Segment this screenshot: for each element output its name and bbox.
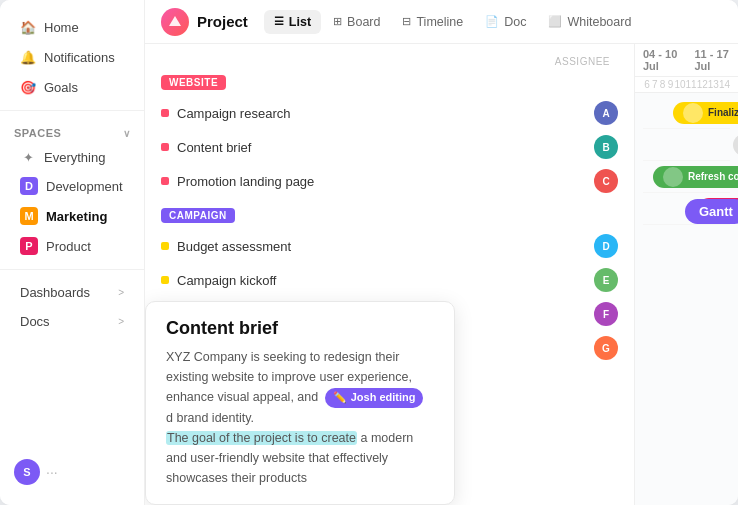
avatar: C xyxy=(594,169,618,193)
day-label: 11 xyxy=(686,79,697,90)
doc-text: XYZ Company is seeking to redesign their… xyxy=(166,347,434,488)
sidebar-divider-2 xyxy=(0,269,144,270)
task-row[interactable]: Promotion landing page C xyxy=(145,164,634,198)
task-row[interactable]: Budget assessment D xyxy=(145,229,634,263)
editing-badge: ✏️ Josh editing xyxy=(325,388,424,408)
bar-icon xyxy=(663,167,683,187)
gantt-week-label-2: 11 - 17 Jul xyxy=(695,48,731,72)
sidebar-item-marketing[interactable]: M Marketing xyxy=(6,202,138,230)
user-area[interactable]: S ··· xyxy=(0,451,144,493)
gantt-week-label-1: 04 - 10 Jul xyxy=(643,48,679,72)
everything-icon: ✦ xyxy=(20,149,36,165)
spaces-chevron: ∨ xyxy=(123,128,131,139)
sidebar-nav-goals-label: Goals xyxy=(44,80,78,95)
avatar: S xyxy=(14,459,40,485)
marketing-icon: M xyxy=(20,207,38,225)
gantt-row: Refresh company website xyxy=(643,161,730,193)
sidebar-item-product[interactable]: P Product xyxy=(6,232,138,260)
task-dot xyxy=(161,177,169,185)
task-dot xyxy=(161,276,169,284)
board-icon: ⊞ xyxy=(333,15,342,28)
gantt-panel: 04 - 10 Jul 11 - 17 Jul 6 7 8 9 10 11 12… xyxy=(635,44,738,505)
project-logo xyxy=(161,8,189,36)
doc-title: Content brief xyxy=(166,318,434,339)
tab-whiteboard[interactable]: ⬜ Whiteboard xyxy=(538,10,641,34)
tab-list[interactable]: ☰ List xyxy=(264,10,321,34)
sidebar-divider-1 xyxy=(0,110,144,111)
gantt-bar-3[interactable]: Refresh company website xyxy=(653,166,738,188)
bell-icon: 🔔 xyxy=(20,49,36,65)
user-menu-icon[interactable]: ··· xyxy=(46,464,58,480)
gantt-tooltip[interactable]: Gantt xyxy=(685,199,738,224)
list-icon: ☰ xyxy=(274,15,284,28)
topbar: Project ☰ List ⊞ Board ⊟ Timeline 📄 Doc xyxy=(145,0,738,44)
avatar: A xyxy=(594,101,618,125)
sidebar: 🏠 Home 🔔 Notifications 🎯 Goals Spaces ∨ … xyxy=(0,0,145,505)
day-label: 7 xyxy=(651,79,659,90)
content-area: ASSIGNEE WEBSITE Campaign research A Con… xyxy=(145,44,738,505)
sidebar-item-docs[interactable]: Docs > xyxy=(6,308,138,335)
day-label: 13 xyxy=(708,79,719,90)
doc-icon: 📄 xyxy=(485,15,499,28)
sidebar-nav-goals[interactable]: 🎯 Goals xyxy=(6,73,138,101)
main-content: Project ☰ List ⊞ Board ⊟ Timeline 📄 Doc xyxy=(145,0,738,505)
avatar: B xyxy=(594,135,618,159)
sidebar-nav-home[interactable]: 🏠 Home xyxy=(6,13,138,41)
top-tabs: ☰ List ⊞ Board ⊟ Timeline 📄 Doc ⬜ Whi xyxy=(264,10,642,34)
spaces-section-header: Spaces ∨ xyxy=(0,119,144,143)
avatar: G xyxy=(594,336,618,360)
day-label: 10 xyxy=(674,79,685,90)
task-list-header: ASSIGNEE xyxy=(145,54,634,69)
task-row[interactable]: Campaign kickoff E xyxy=(145,263,634,297)
website-tag: WEBSITE xyxy=(161,75,226,90)
day-label: 8 xyxy=(659,79,667,90)
day-label: 14 xyxy=(719,79,730,90)
home-icon: 🏠 xyxy=(20,19,36,35)
task-row[interactable]: Content brief B xyxy=(145,130,634,164)
sidebar-item-development[interactable]: D Development xyxy=(6,172,138,200)
gantt-bar-2[interactable]: Update key objectives xyxy=(733,134,738,156)
task-row[interactable]: Campaign research A xyxy=(145,96,634,130)
gantt-row: Finalize project scope xyxy=(643,97,730,129)
task-dot xyxy=(161,109,169,117)
svg-marker-0 xyxy=(169,16,181,26)
tab-board[interactable]: ⊞ Board xyxy=(323,10,390,34)
edit-icon: ✏️ xyxy=(333,389,347,407)
sidebar-nav-notifications-label: Notifications xyxy=(44,50,115,65)
avatar: F xyxy=(594,302,618,326)
avatar: D xyxy=(594,234,618,258)
dashboards-chevron: > xyxy=(118,287,124,298)
campaign-tag: CAMPAIGN xyxy=(161,208,235,223)
docs-chevron: > xyxy=(118,316,124,327)
doc-highlight: The goal of the project is to create xyxy=(166,431,357,445)
day-label: 12 xyxy=(697,79,708,90)
sidebar-nav-home-label: Home xyxy=(44,20,79,35)
task-dot xyxy=(161,242,169,250)
task-group-website: WEBSITE Campaign research A Content brie… xyxy=(145,69,634,198)
sidebar-nav-notifications[interactable]: 🔔 Notifications xyxy=(6,43,138,71)
timeline-icon: ⊟ xyxy=(402,15,411,28)
doc-panel: Content brief XYZ Company is seeking to … xyxy=(145,301,455,505)
group-header-website: WEBSITE xyxy=(145,69,634,96)
day-label: 9 xyxy=(667,79,675,90)
whiteboard-icon: ⬜ xyxy=(548,15,562,28)
gantt-bar-1[interactable]: Finalize project scope xyxy=(673,102,738,124)
task-dot xyxy=(161,143,169,151)
sidebar-item-dashboards[interactable]: Dashboards > xyxy=(6,279,138,306)
tab-doc[interactable]: 📄 Doc xyxy=(475,10,536,34)
group-header-campaign: CAMPAIGN xyxy=(145,202,634,229)
sidebar-item-everything[interactable]: ✦ Everything xyxy=(6,144,138,170)
goals-icon: 🎯 xyxy=(20,79,36,95)
product-icon: P xyxy=(20,237,38,255)
day-label: 6 xyxy=(643,79,651,90)
project-title: Project xyxy=(197,13,248,30)
avatar: E xyxy=(594,268,618,292)
gantt-row: Update key objectives xyxy=(643,129,730,161)
bar-icon xyxy=(683,103,703,123)
development-icon: D xyxy=(20,177,38,195)
tab-timeline[interactable]: ⊟ Timeline xyxy=(392,10,473,34)
